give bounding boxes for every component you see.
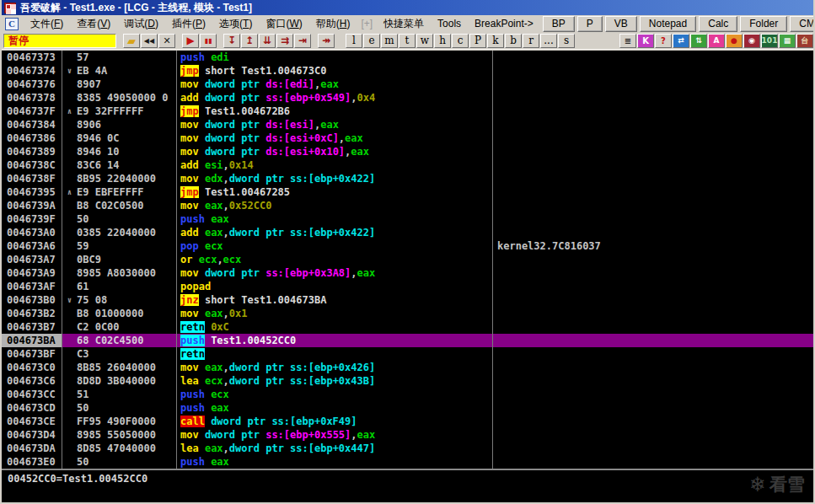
plugin-spiral-icon[interactable]: ◉ xyxy=(743,34,760,48)
disasm-row[interactable]: 004673CC51push ecx xyxy=(2,388,813,401)
run-icon-glyph: ▶ xyxy=(186,35,194,46)
window-button-b[interactable]: b xyxy=(505,34,522,48)
ins-token: 0x14 xyxy=(229,159,254,171)
menu-h[interactable]: 帮助(H) xyxy=(309,15,357,33)
disassembly-pane[interactable]: 0046737357push edi00467374∨EB 4Ajmp shor… xyxy=(2,51,813,469)
instruction-cell: mov dword ptr ss:[ebp+0x3A8],eax xyxy=(177,266,493,280)
plugin-a-icon[interactable]: A xyxy=(708,34,725,48)
window-button-r[interactable]: r xyxy=(523,34,539,48)
window-button-t[interactable]: t xyxy=(399,34,416,48)
folder-button[interactable]: Folder xyxy=(740,16,787,32)
menu-extra-0[interactable]: 快捷菜单 xyxy=(377,15,431,33)
menu-v[interactable]: 查看(V) xyxy=(70,15,117,33)
step-into-icon[interactable]: ↧ xyxy=(223,34,240,48)
disasm-row[interactable]: 004673BFC3retn xyxy=(2,347,813,361)
disasm-row[interactable]: 004673B0∨75 08jnz short Test1.004673BA xyxy=(2,293,813,307)
p-button[interactable]: P xyxy=(577,16,603,32)
plugin-updown-icon[interactable]: ⇅ xyxy=(690,34,707,48)
ins-token: eax xyxy=(205,308,223,319)
ins-token: lea xyxy=(180,442,205,454)
bp-button[interactable]: BP xyxy=(543,16,575,32)
run-icon[interactable]: ▶ xyxy=(182,34,199,48)
menu-w[interactable]: 窗口(W) xyxy=(259,15,308,33)
disasm-row[interactable]: 004673C08B85 26040000mov eax,dword ptr s… xyxy=(2,361,813,374)
help-icon[interactable]: ? xyxy=(655,34,672,48)
plugin-cjk-icon[interactable]: 台 xyxy=(796,34,813,48)
disasm-row[interactable]: 004673A70BC9or ecx,ecx xyxy=(2,253,813,266)
window-button-k[interactable]: k xyxy=(487,34,504,48)
menu-d[interactable]: 调试(D) xyxy=(117,15,165,33)
disasm-row[interactable]: 004673CD50push eax xyxy=(2,401,813,415)
till-return-icon[interactable]: ⇥ xyxy=(294,34,311,48)
disasm-row[interactable]: 004673788385 49050000 0add dword ptr ss:… xyxy=(2,91,813,105)
window-button-dotdotdot[interactable]: ... xyxy=(540,34,557,48)
open-file-icon[interactable]: ▰ xyxy=(123,34,140,48)
disasm-row[interactable]: 00467374∨EB 4Ajmp short Test1.004673C0 xyxy=(2,64,813,78)
disasm-row[interactable]: 0046739F50push eax xyxy=(2,212,813,226)
disasm-row[interactable]: 004673A98985 A8030000mov dword ptr ss:[e… xyxy=(2,266,813,280)
disasm-row[interactable]: 004673AF61popad xyxy=(2,280,813,293)
hex-bytes: 8906 xyxy=(77,118,101,131)
window-button-h[interactable]: h xyxy=(434,34,451,48)
address-cell: 00467374 xyxy=(2,64,62,78)
plugin-k-icon[interactable]: K xyxy=(637,34,654,48)
window-button-c[interactable]: c xyxy=(452,34,469,48)
plugin-swap-icon[interactable]: ⇄ xyxy=(673,34,689,48)
window-button-l[interactable]: l xyxy=(346,34,362,48)
disasm-row[interactable]: 004673848906mov dword ptr ds:[esi],eax xyxy=(2,118,813,131)
disasm-row[interactable]: 004673A659pop ecxkernel32.7C816037 xyxy=(2,239,813,253)
window-button-e[interactable]: e xyxy=(363,34,380,48)
breakpoint-list-icon[interactable]: ≡ xyxy=(619,34,636,48)
plugin-binary-icon[interactable]: 101 xyxy=(761,34,778,48)
disasm-row[interactable]: 004673B2B8 01000000mov eax,0x1 xyxy=(2,307,813,320)
disasm-row[interactable]: 004673768907mov dword ptr ds:[edi],eax xyxy=(2,78,813,91)
disasm-row[interactable]: 0046737357push edi xyxy=(2,51,813,64)
mdi-child-icon[interactable]: C xyxy=(5,18,19,30)
jump-arrow-slot xyxy=(62,442,77,455)
close-icon[interactable]: ✕ xyxy=(158,34,175,48)
window-button-s[interactable]: s xyxy=(558,34,575,48)
vb-button[interactable]: VB xyxy=(605,16,637,32)
cmd-button[interactable]: CMD xyxy=(790,16,815,32)
disasm-row[interactable]: 0046737F∧E9 32FFFFFFjmp Test1.004672B6 xyxy=(2,105,813,118)
disasm-row[interactable]: 004673B7C2 0C00retn 0xC xyxy=(2,320,813,334)
disasm-row[interactable]: 004673BA68 C02C4500push Test1.00452CC0 xyxy=(2,334,813,347)
calc-button[interactable]: Calc xyxy=(699,16,737,32)
pause-icon[interactable]: ▮▮ xyxy=(200,34,217,48)
menu-t[interactable]: 选项(T) xyxy=(212,15,259,33)
disasm-row[interactable]: 0046738F8B95 22040000mov edx,dword ptr s… xyxy=(2,172,813,185)
disasm-row[interactable]: 004673A00385 22040000add eax,dword ptr s… xyxy=(2,226,813,239)
step-over-icon[interactable]: ↥ xyxy=(241,34,258,48)
ins-token: mov xyxy=(180,119,205,131)
disasm-row[interactable]: 00467395∧E9 EBFEFFFFjmp Test1.00467285 xyxy=(2,185,813,199)
restart-icon[interactable]: ◀◀ xyxy=(141,34,158,48)
menu-extra-2[interactable]: BreakPoint-> xyxy=(468,16,540,31)
disasm-row[interactable]: 004673898946 10mov dword ptr ds:[esi+0x1… xyxy=(2,145,813,158)
ins-token: dword ptr xyxy=(205,78,265,90)
plugin-ball-icon[interactable]: ● xyxy=(726,34,743,48)
disasm-row[interactable]: 0046738C83C6 14add esi,0x14 xyxy=(2,158,813,172)
disasm-row[interactable]: 0046739AB8 C02C0500mov eax,0x52CC0 xyxy=(2,199,813,212)
window-button-w[interactable]: w xyxy=(416,34,433,48)
menu-extra-1[interactable]: Tools xyxy=(431,16,468,31)
disasm-row[interactable]: 004673868946 0Cmov dword ptr ds:[esi+0xC… xyxy=(2,131,813,145)
comment-cell xyxy=(493,361,813,374)
hexbytes-cell: C2 0C00 xyxy=(62,320,177,334)
disasm-row[interactable]: 004673CEFF95 490F0000call dword ptr ss:[… xyxy=(2,415,813,428)
till-user-code-icon[interactable]: ↠ xyxy=(318,34,335,48)
animate-over-icon[interactable]: ⇉ xyxy=(276,34,293,48)
ins-token: eax xyxy=(205,362,223,373)
menu-p[interactable]: 插件(P) xyxy=(165,15,212,33)
disasm-row[interactable]: 004673E050push eax xyxy=(2,455,813,469)
disasm-row[interactable]: 004673C68D8D 3B040000lea ecx,dword ptr s… xyxy=(2,374,813,388)
window-button-m[interactable]: m xyxy=(381,34,398,48)
notepad-button[interactable]: Notepad xyxy=(640,16,696,32)
hex-bytes: 8D8D 3B040000 xyxy=(77,374,156,388)
plugin-save-icon[interactable]: ▦ xyxy=(779,34,796,48)
disasm-row[interactable]: 004673D48985 55050000mov dword ptr ss:[e… xyxy=(2,428,813,442)
menu-f[interactable]: 文件(F) xyxy=(24,15,70,33)
animate-into-icon[interactable]: ⇊ xyxy=(259,34,276,48)
window-button-P[interactable]: P xyxy=(469,34,486,48)
ins-token: eax xyxy=(205,402,229,414)
disasm-row[interactable]: 004673DA8D85 47040000lea eax,dword ptr s… xyxy=(2,442,813,455)
